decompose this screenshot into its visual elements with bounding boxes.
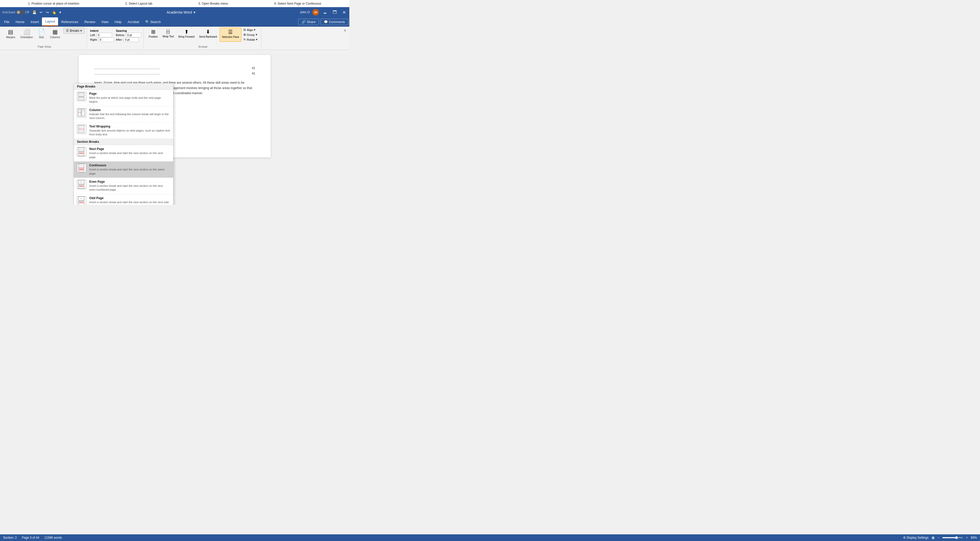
ribbon-collapse-button[interactable]: ∧ [343, 28, 347, 33]
page-setup-label: Page Setup [38, 45, 51, 49]
break-oddpage-item[interactable]: 1 Odd Page Insert a section break and st… [74, 194, 173, 205]
indent-left-label: Left: [90, 34, 95, 37]
comments-button[interactable]: 💬 Comments [320, 19, 348, 25]
app-title-dropdown[interactable]: ▾ [194, 10, 196, 14]
break-page-item[interactable]: Page Mark the point at which one page en… [74, 90, 173, 106]
rotate-dropdown: ▾ [256, 38, 258, 41]
break-continuous-text: Continuous Insert a section break and st… [89, 164, 170, 176]
title-bar-center: Academia Word ▾ [167, 10, 195, 14]
instruction-step-2: 2. Select Layout tab [125, 2, 153, 5]
menu-layout[interactable]: Layout [42, 18, 58, 26]
break-column-item[interactable]: Column Indicate that the text following … [74, 106, 173, 123]
break-continuous-title: Continuous [89, 164, 170, 167]
title-bar-right: John O JO 🗕 🗖 ✕ [300, 9, 347, 16]
svg-text:1: 1 [81, 197, 82, 199]
toc-page-1: 41 [252, 66, 255, 71]
position-button[interactable]: ⊞ Position [147, 28, 160, 42]
menu-insert[interactable]: Insert [28, 18, 42, 26]
break-nextpage-icon [77, 147, 86, 156]
break-column-icon [77, 108, 86, 118]
break-textwrapping-desc: Separate text around objects on web page… [89, 129, 170, 137]
breaks-button[interactable]: ☰ Breaks ▾ [63, 28, 85, 34]
menu-view[interactable]: View [98, 18, 111, 26]
break-oddpage-title: Odd Page [89, 196, 170, 200]
instruction-step-3: 3. Open Breaks menu [199, 2, 228, 5]
align-icon: ⊟ [243, 28, 246, 32]
autosave-toggle[interactable]: AutoSave Off [2, 10, 29, 14]
break-textwrapping-item[interactable]: Text Wrapping Separate text around objec… [74, 123, 173, 139]
menu-review[interactable]: Review [81, 18, 99, 26]
break-textwrapping-icon [77, 124, 86, 134]
rotate-button[interactable]: ↻ Rotate ▾ [242, 37, 259, 42]
indent-left-input[interactable] [97, 33, 112, 37]
break-oddpage-icon: 1 [77, 196, 86, 205]
indent-right-input[interactable] [99, 37, 114, 42]
redo-icon[interactable]: ↪ [45, 10, 50, 15]
orientation-icon: ⬜ [23, 29, 30, 35]
ribbon-page-setup: ▤ Margins ⬜ Orientation 📄 Size ▦ Columns… [2, 28, 87, 49]
break-continuous-item[interactable]: Continuous Insert a section break and st… [74, 161, 173, 178]
columns-icon: ▦ [52, 29, 58, 35]
arrange-right-tools: ⊟ Align ▾ ⊞ Group ▾ ↻ Rotate ▾ [242, 28, 259, 42]
align-button[interactable]: ⊟ Align ▾ [242, 28, 259, 32]
touch-icon[interactable]: 👆 [51, 10, 57, 15]
break-continuous-icon [77, 164, 86, 173]
title-bar: AutoSave Off 💾 ↩ ↪ 👆 ▾ Academia Word ▾ J… [0, 7, 349, 18]
maximize-button[interactable]: 🗖 [331, 10, 338, 15]
rotate-icon: ↻ [243, 38, 246, 41]
user-name: John O [300, 11, 310, 14]
break-page-desc: Mark the point at which one page ends an… [89, 96, 170, 104]
autosave-state: Off [25, 11, 29, 14]
autosave-pill[interactable] [16, 10, 24, 14]
minimize-button[interactable]: 🗕 [321, 10, 329, 15]
user-avatar[interactable]: JO [312, 9, 319, 16]
comments-icon: 💬 [324, 20, 328, 24]
undo-icon[interactable]: ↩ [39, 10, 44, 15]
columns-button[interactable]: ▦ Columns [48, 28, 62, 40]
position-icon: ⊞ [151, 29, 156, 35]
menu-file[interactable]: File [1, 18, 13, 26]
expand-icon[interactable]: ▾ [58, 10, 62, 15]
toc-entry-1: ........................................… [94, 66, 255, 71]
menu-help[interactable]: Help [111, 18, 124, 26]
menu-home[interactable]: Home [13, 18, 28, 26]
breaks-dropdown-arrow: ▾ [80, 29, 82, 32]
menu-search[interactable]: 🔍 Search [142, 18, 164, 26]
app-title: Academia Word [167, 10, 192, 14]
break-textwrapping-title: Text Wrapping [89, 124, 170, 128]
break-evenpage-text: Even Page Insert a section break and sta… [89, 180, 170, 192]
spacing-before-input[interactable] [126, 33, 142, 37]
save-icon[interactable]: 💾 [31, 10, 38, 15]
break-continuous-desc: Insert a section break and start the new… [89, 168, 170, 176]
spacing-before-row: Before: [116, 33, 141, 37]
size-button[interactable]: 📄 Size [36, 28, 47, 40]
undo-redo-group: 💾 ↩ ↪ 👆 ▾ [31, 10, 62, 15]
breaks-dropdown-menu: Page Breaks Page Mark the point at which… [74, 83, 173, 205]
share-button[interactable]: 🔗 Share [298, 19, 319, 25]
menu-acrobat[interactable]: Acrobat [124, 18, 142, 26]
break-evenpage-title: Even Page [89, 180, 170, 184]
spacing-after-input[interactable] [124, 37, 139, 42]
send-backward-button[interactable]: ⬇ Send Backward [197, 28, 219, 42]
instruction-step-4: 4. Select Next Page or Continuous [274, 2, 321, 5]
bring-forward-button[interactable]: ⬆ Bring Forward [177, 28, 197, 42]
close-button[interactable]: ✕ [341, 10, 347, 15]
group-button[interactable]: ⊞ Group ▾ [242, 32, 259, 37]
arrange-label: Arrange [199, 45, 208, 49]
break-evenpage-desc: Insert a section break and start the new… [89, 184, 170, 192]
wrap-text-button[interactable]: ⌸ Wrap Text [160, 28, 176, 42]
autosave-dot [17, 11, 20, 14]
toc-entry-2: ........................................… [94, 71, 255, 76]
margins-button[interactable]: ▤ Margins [4, 28, 18, 40]
break-evenpage-item[interactable]: 2 Even Page Insert a section break and s… [74, 178, 173, 194]
break-evenpage-icon: 2 [77, 180, 86, 189]
orientation-button[interactable]: ⬜ Orientation [18, 28, 35, 40]
toc-dots-1: ........................................… [94, 66, 160, 71]
breaks-icon: ☰ [66, 29, 69, 32]
svg-rect-32 [78, 164, 84, 172]
menu-references[interactable]: References [58, 18, 81, 26]
selection-pane-button[interactable]: ☰ Selection Pane [220, 28, 242, 42]
arrange-tools: ⊞ Position ⌸ Wrap Text ⬆ Bring Forward ⬇… [147, 28, 259, 42]
page-setup-tools: ▤ Margins ⬜ Orientation 📄 Size ▦ Columns… [4, 28, 85, 40]
break-nextpage-item[interactable]: Next Page Insert a section break and sta… [74, 145, 173, 161]
